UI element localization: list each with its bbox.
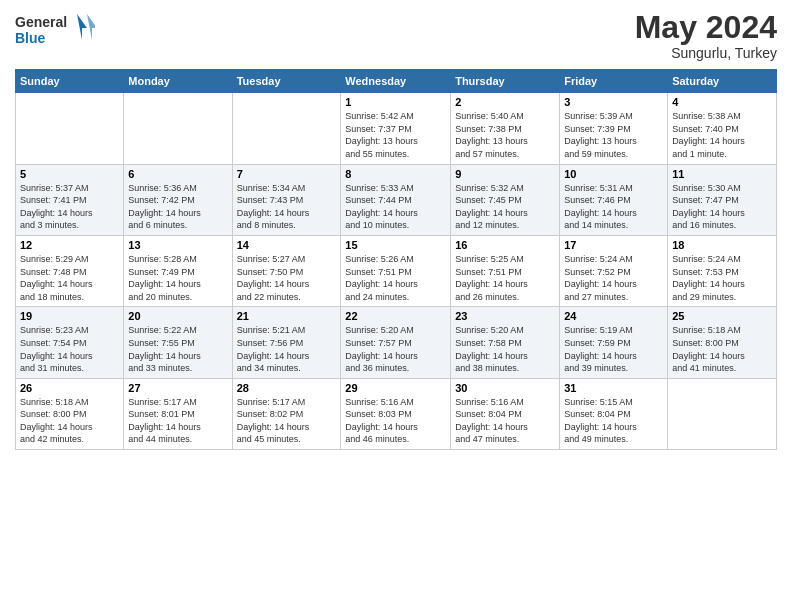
day-number: 24 [564, 310, 663, 322]
day-info: Sunrise: 5:27 AM Sunset: 7:50 PM Dayligh… [237, 253, 337, 303]
svg-marker-2 [77, 14, 87, 40]
day-number: 8 [345, 168, 446, 180]
svg-marker-3 [87, 14, 95, 40]
day-info: Sunrise: 5:15 AM Sunset: 8:04 PM Dayligh… [564, 396, 663, 446]
day-info: Sunrise: 5:19 AM Sunset: 7:59 PM Dayligh… [564, 324, 663, 374]
calendar-day-cell: 24Sunrise: 5:19 AM Sunset: 7:59 PM Dayli… [560, 307, 668, 378]
day-info: Sunrise: 5:40 AM Sunset: 7:38 PM Dayligh… [455, 110, 555, 160]
day-number: 18 [672, 239, 772, 251]
day-info: Sunrise: 5:33 AM Sunset: 7:44 PM Dayligh… [345, 182, 446, 232]
header-friday: Friday [560, 70, 668, 93]
day-info: Sunrise: 5:16 AM Sunset: 8:03 PM Dayligh… [345, 396, 446, 446]
header-monday: Monday [124, 70, 232, 93]
calendar-day-cell: 9Sunrise: 5:32 AM Sunset: 7:45 PM Daylig… [451, 164, 560, 235]
header-thursday: Thursday [451, 70, 560, 93]
day-number: 19 [20, 310, 119, 322]
title-block: May 2024 Sungurlu, Turkey [635, 10, 777, 61]
day-info: Sunrise: 5:21 AM Sunset: 7:56 PM Dayligh… [237, 324, 337, 374]
day-info: Sunrise: 5:17 AM Sunset: 8:02 PM Dayligh… [237, 396, 337, 446]
day-number: 14 [237, 239, 337, 251]
day-info: Sunrise: 5:29 AM Sunset: 7:48 PM Dayligh… [20, 253, 119, 303]
day-number: 12 [20, 239, 119, 251]
calendar-day-cell: 13Sunrise: 5:28 AM Sunset: 7:49 PM Dayli… [124, 235, 232, 306]
day-info: Sunrise: 5:20 AM Sunset: 7:58 PM Dayligh… [455, 324, 555, 374]
calendar-day-cell [232, 93, 341, 164]
calendar-day-cell: 2Sunrise: 5:40 AM Sunset: 7:38 PM Daylig… [451, 93, 560, 164]
day-info: Sunrise: 5:39 AM Sunset: 7:39 PM Dayligh… [564, 110, 663, 160]
day-number: 11 [672, 168, 772, 180]
calendar-day-cell: 14Sunrise: 5:27 AM Sunset: 7:50 PM Dayli… [232, 235, 341, 306]
calendar-day-cell: 1Sunrise: 5:42 AM Sunset: 7:37 PM Daylig… [341, 93, 451, 164]
calendar-day-cell: 15Sunrise: 5:26 AM Sunset: 7:51 PM Dayli… [341, 235, 451, 306]
calendar-day-cell: 17Sunrise: 5:24 AM Sunset: 7:52 PM Dayli… [560, 235, 668, 306]
day-info: Sunrise: 5:30 AM Sunset: 7:47 PM Dayligh… [672, 182, 772, 232]
logo: General Blue [15, 10, 95, 50]
day-number: 5 [20, 168, 119, 180]
calendar-day-cell: 3Sunrise: 5:39 AM Sunset: 7:39 PM Daylig… [560, 93, 668, 164]
calendar-week-row: 5Sunrise: 5:37 AM Sunset: 7:41 PM Daylig… [16, 164, 777, 235]
calendar-week-row: 26Sunrise: 5:18 AM Sunset: 8:00 PM Dayli… [16, 378, 777, 449]
header-tuesday: Tuesday [232, 70, 341, 93]
day-info: Sunrise: 5:25 AM Sunset: 7:51 PM Dayligh… [455, 253, 555, 303]
day-info: Sunrise: 5:36 AM Sunset: 7:42 PM Dayligh… [128, 182, 227, 232]
calendar-day-cell: 6Sunrise: 5:36 AM Sunset: 7:42 PM Daylig… [124, 164, 232, 235]
header-wednesday: Wednesday [341, 70, 451, 93]
day-info: Sunrise: 5:23 AM Sunset: 7:54 PM Dayligh… [20, 324, 119, 374]
calendar-day-cell: 11Sunrise: 5:30 AM Sunset: 7:47 PM Dayli… [668, 164, 777, 235]
day-number: 4 [672, 96, 772, 108]
day-number: 13 [128, 239, 227, 251]
page: General Blue May 2024 Sungurlu, Turkey S… [0, 0, 792, 612]
day-number: 17 [564, 239, 663, 251]
calendar: Sunday Monday Tuesday Wednesday Thursday… [15, 69, 777, 450]
calendar-day-cell: 23Sunrise: 5:20 AM Sunset: 7:58 PM Dayli… [451, 307, 560, 378]
day-number: 2 [455, 96, 555, 108]
calendar-day-cell: 5Sunrise: 5:37 AM Sunset: 7:41 PM Daylig… [16, 164, 124, 235]
calendar-day-cell: 4Sunrise: 5:38 AM Sunset: 7:40 PM Daylig… [668, 93, 777, 164]
header: General Blue May 2024 Sungurlu, Turkey [15, 10, 777, 61]
day-number: 31 [564, 382, 663, 394]
calendar-day-cell: 22Sunrise: 5:20 AM Sunset: 7:57 PM Dayli… [341, 307, 451, 378]
day-info: Sunrise: 5:20 AM Sunset: 7:57 PM Dayligh… [345, 324, 446, 374]
day-number: 28 [237, 382, 337, 394]
header-saturday: Saturday [668, 70, 777, 93]
day-number: 26 [20, 382, 119, 394]
calendar-week-row: 1Sunrise: 5:42 AM Sunset: 7:37 PM Daylig… [16, 93, 777, 164]
calendar-day-cell: 25Sunrise: 5:18 AM Sunset: 8:00 PM Dayli… [668, 307, 777, 378]
calendar-week-row: 19Sunrise: 5:23 AM Sunset: 7:54 PM Dayli… [16, 307, 777, 378]
day-number: 9 [455, 168, 555, 180]
day-info: Sunrise: 5:24 AM Sunset: 7:52 PM Dayligh… [564, 253, 663, 303]
day-number: 16 [455, 239, 555, 251]
calendar-day-cell: 12Sunrise: 5:29 AM Sunset: 7:48 PM Dayli… [16, 235, 124, 306]
month-title: May 2024 [635, 10, 777, 45]
calendar-day-cell: 7Sunrise: 5:34 AM Sunset: 7:43 PM Daylig… [232, 164, 341, 235]
day-number: 23 [455, 310, 555, 322]
day-info: Sunrise: 5:37 AM Sunset: 7:41 PM Dayligh… [20, 182, 119, 232]
day-number: 15 [345, 239, 446, 251]
day-info: Sunrise: 5:18 AM Sunset: 8:00 PM Dayligh… [672, 324, 772, 374]
day-info: Sunrise: 5:16 AM Sunset: 8:04 PM Dayligh… [455, 396, 555, 446]
svg-text:Blue: Blue [15, 30, 46, 46]
calendar-week-row: 12Sunrise: 5:29 AM Sunset: 7:48 PM Dayli… [16, 235, 777, 306]
day-number: 29 [345, 382, 446, 394]
calendar-day-cell: 26Sunrise: 5:18 AM Sunset: 8:00 PM Dayli… [16, 378, 124, 449]
svg-text:General: General [15, 14, 67, 30]
day-info: Sunrise: 5:31 AM Sunset: 7:46 PM Dayligh… [564, 182, 663, 232]
calendar-day-cell: 20Sunrise: 5:22 AM Sunset: 7:55 PM Dayli… [124, 307, 232, 378]
subtitle: Sungurlu, Turkey [635, 45, 777, 61]
calendar-day-cell: 30Sunrise: 5:16 AM Sunset: 8:04 PM Dayli… [451, 378, 560, 449]
calendar-day-cell: 21Sunrise: 5:21 AM Sunset: 7:56 PM Dayli… [232, 307, 341, 378]
calendar-day-cell: 27Sunrise: 5:17 AM Sunset: 8:01 PM Dayli… [124, 378, 232, 449]
day-number: 7 [237, 168, 337, 180]
calendar-day-cell: 28Sunrise: 5:17 AM Sunset: 8:02 PM Dayli… [232, 378, 341, 449]
day-info: Sunrise: 5:22 AM Sunset: 7:55 PM Dayligh… [128, 324, 227, 374]
day-number: 3 [564, 96, 663, 108]
day-number: 1 [345, 96, 446, 108]
day-info: Sunrise: 5:34 AM Sunset: 7:43 PM Dayligh… [237, 182, 337, 232]
day-number: 27 [128, 382, 227, 394]
day-info: Sunrise: 5:28 AM Sunset: 7:49 PM Dayligh… [128, 253, 227, 303]
day-info: Sunrise: 5:17 AM Sunset: 8:01 PM Dayligh… [128, 396, 227, 446]
day-info: Sunrise: 5:18 AM Sunset: 8:00 PM Dayligh… [20, 396, 119, 446]
calendar-day-cell: 31Sunrise: 5:15 AM Sunset: 8:04 PM Dayli… [560, 378, 668, 449]
calendar-day-cell [668, 378, 777, 449]
logo-svg: General Blue [15, 10, 95, 50]
